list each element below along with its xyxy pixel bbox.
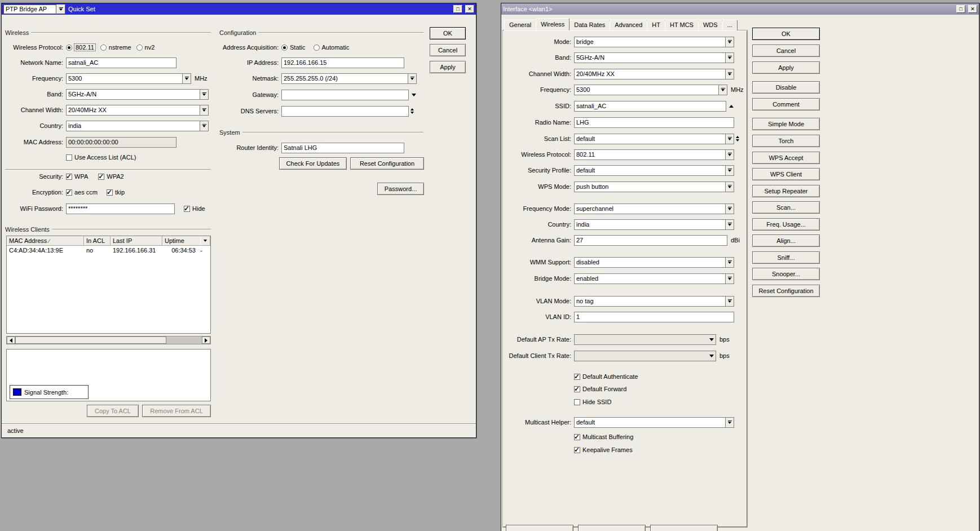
reset-configuration-button[interactable]: Reset Configuration: [350, 157, 424, 170]
default-ap-tx-rate-select[interactable]: [574, 334, 716, 345]
band-select[interactable]: 5GHz-A/N: [66, 89, 209, 100]
tab-advanced[interactable]: Advanced: [610, 20, 647, 30]
tab-data-rates[interactable]: Data Rates: [569, 20, 610, 30]
tab-ht-mcs[interactable]: HT MCS: [665, 20, 699, 30]
channel-width-dropdown-icon[interactable]: [725, 69, 734, 79]
dns-servers-input[interactable]: [281, 106, 409, 117]
hide-ssid-checkbox[interactable]: [574, 399, 580, 405]
keepalive-frames-checkbox[interactable]: [574, 447, 580, 453]
col-mac-address[interactable]: MAC Address ∕: [7, 236, 84, 245]
wireless-protocol-select[interactable]: 802.11: [574, 149, 734, 160]
wpa2-checkbox[interactable]: [98, 174, 104, 180]
disable-button[interactable]: Disable: [752, 81, 820, 94]
frequency-dropdown-icon[interactable]: [182, 74, 191, 83]
password-button[interactable]: Password...: [377, 183, 424, 195]
vlan-id-input[interactable]: [574, 312, 734, 322]
scan-button[interactable]: Scan...: [752, 201, 820, 214]
country-select[interactable]: india: [574, 219, 734, 230]
aes-ccm-label[interactable]: aes ccm: [74, 189, 98, 196]
comment-button[interactable]: Comment: [752, 98, 820, 110]
frequency-mode-select[interactable]: superchannel: [574, 203, 734, 214]
netmask-dropdown-icon[interactable]: [408, 74, 416, 83]
wifi-password-input[interactable]: [66, 203, 175, 214]
wireless-protocol-dropdown-icon[interactable]: [725, 150, 734, 160]
radio-name-input[interactable]: [574, 117, 734, 128]
gateway-dropdown-icon[interactable]: [412, 94, 416, 96]
tab-wireless[interactable]: Wireless: [536, 18, 570, 30]
network-name-input[interactable]: [66, 57, 176, 68]
aes-ccm-checkbox[interactable]: [66, 189, 72, 196]
default-forward-label[interactable]: Default Forward: [582, 386, 626, 392]
band-select[interactable]: 5GHz-A/N: [574, 52, 734, 63]
check-for-updates-button[interactable]: Check For Updates: [279, 157, 347, 170]
multicast-helper-select[interactable]: default: [574, 417, 734, 428]
scroll-left-icon[interactable]: [7, 337, 15, 344]
torch-button[interactable]: Torch: [752, 135, 820, 147]
apply-button[interactable]: Apply: [430, 61, 466, 73]
wireless-clients-table[interactable]: MAC Address ∕ In ACL Last IP Uptime C4:A…: [6, 236, 211, 334]
wps-accept-button[interactable]: WPS Accept: [752, 152, 820, 164]
align-button[interactable]: Align...: [752, 234, 820, 247]
wpa2-label[interactable]: WPA2: [107, 173, 123, 180]
channel-width-dropdown-icon[interactable]: [200, 105, 208, 115]
cancel-button[interactable]: Cancel: [752, 45, 820, 57]
scan-list-select[interactable]: default: [574, 134, 734, 144]
hide-ssid-label[interactable]: Hide SSID: [582, 399, 611, 405]
partial-button[interactable]: [650, 525, 718, 531]
ok-button[interactable]: OK: [752, 28, 820, 40]
country-dropdown-icon[interactable]: [200, 121, 208, 131]
band-dropdown-icon[interactable]: [200, 90, 208, 99]
copy-to-acl-button[interactable]: Copy To ACL: [87, 405, 139, 417]
col-in-acl[interactable]: In ACL: [84, 236, 111, 245]
scan-list-add-remove-icon[interactable]: [736, 136, 739, 141]
band-dropdown-icon[interactable]: [725, 53, 734, 63]
wpa-label[interactable]: WPA: [74, 173, 88, 180]
bridge-mode-select[interactable]: enabled: [574, 273, 734, 284]
channel-width-select[interactable]: 20/40MHz XX: [66, 105, 209, 116]
snooper-button[interactable]: Snooper...: [752, 268, 820, 280]
mac-address-input[interactable]: [66, 137, 176, 148]
scroll-right-icon[interactable]: [202, 337, 210, 344]
scan-list-dropdown-icon[interactable]: [725, 134, 734, 144]
default-client-tx-rate-select[interactable]: [574, 351, 716, 361]
vlan-mode-select[interactable]: no tag: [574, 296, 734, 307]
protocol-80211-radio[interactable]: [66, 45, 72, 51]
scroll-track[interactable]: [15, 337, 202, 344]
quickset-titlebar[interactable]: PTP Bridge AP Quick Set □ ✕: [2, 3, 476, 15]
static-radio[interactable]: [281, 45, 288, 51]
simple-mode-button[interactable]: Simple Mode: [752, 118, 820, 130]
remove-from-acl-button[interactable]: Remove From ACL: [142, 405, 211, 417]
netmask-select[interactable]: 255.255.255.0 (/24): [281, 73, 417, 84]
gateway-input[interactable]: [281, 90, 409, 100]
vlan-mode-dropdown-icon[interactable]: [725, 297, 734, 306]
automatic-radio[interactable]: [314, 45, 320, 51]
quickset-mode-value[interactable]: PTP Bridge AP: [3, 5, 56, 14]
col-last-ip[interactable]: Last IP: [111, 236, 162, 245]
ssid-input[interactable]: [574, 101, 726, 112]
column-filter-button[interactable]: [200, 236, 210, 245]
reset-configuration-button[interactable]: Reset Configuration: [752, 285, 820, 297]
scroll-thumb[interactable]: [15, 337, 166, 344]
wmm-support-select[interactable]: disabled: [574, 257, 734, 268]
freq-usage-button[interactable]: Freq. Usage...: [752, 218, 820, 231]
use-acl-checkbox[interactable]: [66, 154, 72, 161]
wpa-checkbox[interactable]: [66, 174, 72, 180]
static-label[interactable]: Static: [290, 44, 306, 51]
protocol-nv2-radio[interactable]: [136, 45, 143, 51]
tkip-label[interactable]: tkip: [115, 189, 125, 196]
default-authenticate-label[interactable]: Default Authenticate: [582, 373, 638, 380]
hide-password-checkbox[interactable]: [184, 206, 190, 212]
protocol-80211-label[interactable]: 802.11: [74, 44, 95, 51]
default-ap-tx-rate-dropdown-icon[interactable]: [707, 335, 716, 344]
default-client-tx-rate-dropdown-icon[interactable]: [707, 351, 716, 361]
multicast-helper-dropdown-icon[interactable]: [725, 418, 734, 427]
cancel-button[interactable]: Cancel: [430, 44, 466, 56]
ok-button[interactable]: OK: [430, 27, 466, 39]
apply-button[interactable]: Apply: [752, 61, 820, 74]
bridge-mode-dropdown-icon[interactable]: [725, 274, 734, 284]
tab-wds[interactable]: WDS: [698, 20, 723, 30]
clients-hscrollbar[interactable]: [6, 336, 211, 344]
antenna-gain-input[interactable]: [574, 235, 727, 246]
wps-client-button[interactable]: WPS Client: [752, 168, 820, 180]
frequency-select[interactable]: 5300: [574, 85, 727, 95]
